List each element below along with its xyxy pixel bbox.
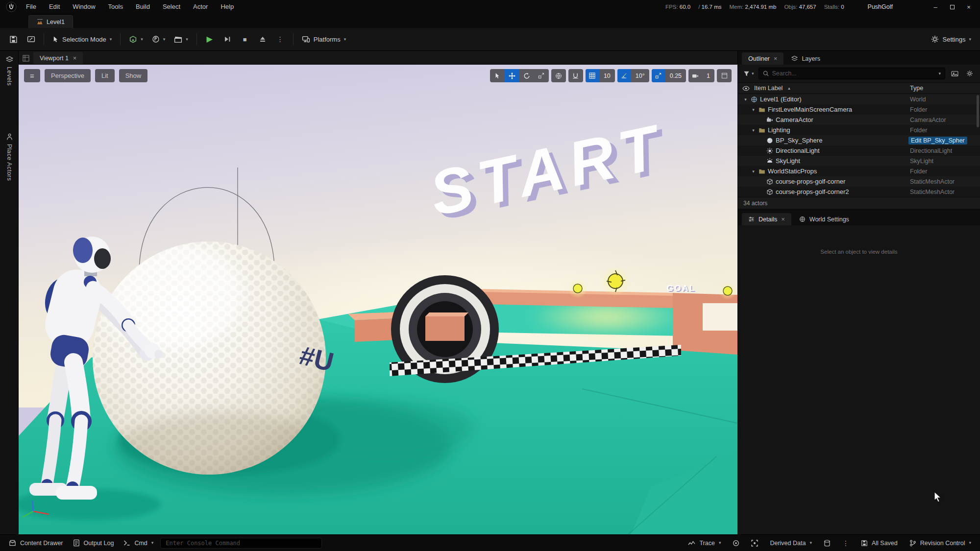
- outliner-item-label: Level1 (Editor): [760, 96, 802, 103]
- derived-data-dropdown[interactable]: Derived Data ▾: [765, 535, 816, 551]
- storage-icon[interactable]: [819, 535, 835, 551]
- select-tool-button[interactable]: [490, 69, 505, 82]
- type-column[interactable]: Type: [910, 85, 923, 92]
- outliner-settings-icon[interactable]: [964, 68, 976, 79]
- add-actor-dropdown[interactable]: ▾: [125, 31, 147, 47]
- rotation-snap-icon[interactable]: [617, 69, 631, 82]
- viewport-3d-canvas[interactable]: START START: [19, 65, 737, 534]
- outliner-row[interactable]: ▾Level1 (Editor)World: [738, 94, 980, 104]
- viewport-tab[interactable]: Viewport 1 ×: [33, 52, 83, 64]
- camera-speed-value[interactable]: 1: [702, 69, 714, 82]
- menu-help[interactable]: Help: [214, 0, 240, 14]
- close-button[interactable]: ×: [960, 0, 977, 13]
- tab-world-settings[interactable]: World Settings: [793, 213, 856, 225]
- blueprints-dropdown[interactable]: ▾: [148, 31, 170, 47]
- tab-outliner[interactable]: Outliner ×: [742, 52, 784, 65]
- folder-icon: [757, 127, 766, 134]
- tab-level1[interactable]: Level1: [28, 15, 73, 28]
- maximize-button[interactable]: [944, 0, 960, 13]
- grid-snap-icon[interactable]: [586, 69, 599, 82]
- platforms-dropdown[interactable]: Platforms ▾: [298, 31, 350, 47]
- expander-icon[interactable]: ▾: [750, 169, 757, 174]
- play-options-kebab[interactable]: ⋮: [272, 31, 289, 47]
- sort-asc-icon[interactable]: ▲: [787, 86, 791, 91]
- insights-target-icon[interactable]: [728, 535, 744, 551]
- asset-tab-bar: Level1: [0, 14, 980, 28]
- menu-file[interactable]: File: [20, 0, 43, 14]
- cinematics-dropdown[interactable]: ▾: [170, 31, 192, 47]
- maximize-viewport-button[interactable]: [717, 69, 732, 82]
- eject-button[interactable]: [254, 31, 271, 47]
- outliner-search-box[interactable]: ▾: [759, 68, 945, 79]
- tab-layers[interactable]: Layers: [785, 52, 827, 65]
- frame-skip-button[interactable]: [219, 31, 236, 47]
- outliner-row[interactable]: course-props-golf-cornerStaticMeshActor: [738, 176, 980, 187]
- expander-icon[interactable]: ▾: [750, 128, 757, 133]
- grid-snap-value[interactable]: 10: [599, 69, 615, 82]
- menu-tools[interactable]: Tools: [102, 0, 129, 14]
- outliner-row[interactable]: ▾LightingFolder: [738, 125, 980, 135]
- menu-build[interactable]: Build: [129, 0, 156, 14]
- place-actors-rail-tab[interactable]: Place Actors: [0, 133, 19, 181]
- search-input[interactable]: [772, 70, 935, 77]
- trace-dropdown[interactable]: Trace ▾: [683, 535, 726, 551]
- levels-rail-tab[interactable]: Levels: [0, 56, 19, 86]
- item-label-column[interactable]: Item Label: [754, 85, 783, 92]
- rotate-tool-button[interactable]: [519, 69, 534, 82]
- stop-button[interactable]: ■: [237, 31, 253, 47]
- screenshot-frame-icon[interactable]: [746, 535, 763, 551]
- tab-details[interactable]: Details ×: [742, 213, 791, 225]
- menu-window[interactable]: Window: [66, 0, 101, 14]
- scale-tool-button[interactable]: [534, 69, 549, 82]
- menu-select[interactable]: Select: [156, 0, 187, 14]
- editor-mode-icon[interactable]: [23, 31, 39, 47]
- scale-snap-value[interactable]: 0.25: [665, 69, 686, 82]
- save-button[interactable]: [5, 31, 22, 47]
- menu-actor[interactable]: Actor: [187, 0, 214, 14]
- outliner-row[interactable]: CameraActorCameraActor: [738, 115, 980, 125]
- outliner-row[interactable]: ▾WorldStaticPropsFolder: [738, 166, 980, 176]
- scale-snap-icon[interactable]: [652, 69, 665, 82]
- selection-mode-dropdown[interactable]: Selection Mode ▾: [49, 31, 116, 47]
- settings-dropdown[interactable]: Settings ▾: [927, 31, 975, 47]
- perspective-dropdown[interactable]: Perspective: [45, 69, 91, 82]
- surface-snap-button[interactable]: [568, 69, 583, 82]
- derived-data-kebab[interactable]: ⋮: [837, 535, 854, 551]
- close-icon[interactable]: ×: [774, 55, 778, 62]
- outliner-row[interactable]: DirectionalLightDirectionalLight: [738, 145, 980, 156]
- chevron-down-icon: ▾: [186, 37, 188, 42]
- filter-button[interactable]: ▾: [742, 71, 755, 77]
- revision-control-dropdown[interactable]: Revision Control ▾: [905, 535, 976, 551]
- menu-edit[interactable]: Edit: [43, 0, 66, 14]
- chevron-down-icon: ▾: [752, 72, 754, 76]
- minimize-button[interactable]: –: [927, 0, 944, 13]
- content-drawer-button[interactable]: Content Drawer: [4, 535, 68, 551]
- show-dropdown[interactable]: Show: [119, 69, 148, 82]
- lit-dropdown[interactable]: Lit: [95, 69, 115, 82]
- camera-speed-icon[interactable]: [688, 69, 702, 82]
- outliner-row[interactable]: SkyLightSkyLight: [738, 156, 980, 166]
- close-icon[interactable]: ×: [73, 54, 77, 62]
- rotation-snap-value[interactable]: 10°: [631, 69, 649, 82]
- outliner-row[interactable]: ▾FirstLevelMainScreenCameraFolder: [738, 104, 980, 115]
- outliner-row[interactable]: course-props-golf-corner2StaticMeshActor: [738, 187, 980, 197]
- edit-blueprint-button[interactable]: Edit BP_Sky_Spher: [908, 137, 967, 144]
- move-tool-button[interactable]: [505, 69, 519, 82]
- cmd-dropdown[interactable]: Cmd ▾: [119, 535, 158, 551]
- output-log-button[interactable]: Output Log: [68, 535, 119, 551]
- unreal-logo-icon[interactable]: [3, 0, 20, 13]
- panel-grid-icon[interactable]: [23, 55, 29, 62]
- sphere-icon: [765, 137, 774, 144]
- world-space-toggle[interactable]: [551, 69, 566, 82]
- outliner-scrollbar[interactable]: [977, 95, 979, 127]
- outliner-row[interactable]: BP_Sky_SphereEdit BP_Sky_Spher: [738, 135, 980, 145]
- expander-icon[interactable]: ▾: [742, 97, 749, 102]
- snapshot-icon[interactable]: [949, 68, 960, 79]
- close-icon[interactable]: ×: [781, 216, 785, 223]
- all-saved-button[interactable]: All Saved: [856, 535, 903, 551]
- expander-icon[interactable]: ▾: [750, 107, 757, 112]
- console-command-input[interactable]: [160, 538, 322, 549]
- play-button[interactable]: ▶: [201, 31, 218, 47]
- viewport-menu-button[interactable]: ≡: [24, 69, 40, 82]
- eye-icon[interactable]: [742, 86, 750, 91]
